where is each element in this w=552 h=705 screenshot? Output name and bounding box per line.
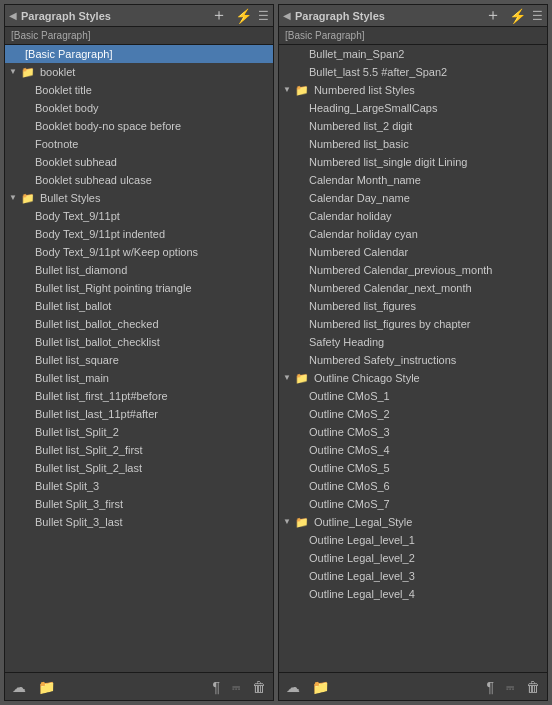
folder-icon: 📁 [295,82,309,98]
panel-header-1: ◀ Paragraph Styles ＋ ⚡ ☰ [5,5,273,27]
list-item[interactable]: Bullet list_ballot_checked [5,315,273,333]
panel-new-btn-1[interactable]: ＋ [209,5,229,26]
panel-menu-icon-2[interactable]: ☰ [532,9,543,23]
list-item[interactable]: Calendar holiday cyan [279,225,547,243]
list-item[interactable]: Numbered Safety_instructions [279,351,547,369]
list-item[interactable]: Numbered list_basic [279,135,547,153]
list-item[interactable]: [Basic Paragraph] [5,45,273,63]
group-arrow-icon: ▼ [283,370,291,386]
footer-folder-icon-1[interactable]: 📁 [35,678,58,696]
list-item[interactable]: Outline CMoS_5 [279,459,547,477]
list-item[interactable]: Outline Legal_level_3 [279,567,547,585]
list-item[interactable]: Outline CMoS_7 [279,495,547,513]
list-item[interactable]: Bullet list_Split_2_last [5,459,273,477]
list-item[interactable]: Body Text_9/11pt w/Keep options [5,243,273,261]
group-label: Bullet Styles [40,190,101,206]
panel-lightning-btn-1[interactable]: ⚡ [233,8,254,24]
footer-delete-icon-2[interactable]: 🗑 [523,678,543,696]
list-item[interactable]: Bullet list_Split_2 [5,423,273,441]
list-item[interactable]: Bullet_main_Span2 [279,45,547,63]
folder-icon: 📁 [295,514,309,530]
panel-menu-icon-1[interactable]: ☰ [258,9,269,23]
list-item[interactable]: Bullet list_Split_2_first [5,441,273,459]
panel-collapse-icon-1[interactable]: ◀ [9,10,17,21]
list-item[interactable]: Bullet Split_3_first [5,495,273,513]
list-item[interactable]: Outline CMoS_3 [279,423,547,441]
group-arrow-icon: ▼ [9,190,17,206]
list-item[interactable]: Bullet Split_3_last [5,513,273,531]
list-item[interactable]: Numbered list_single digit Lining [279,153,547,171]
group-label: Numbered list Styles [314,82,415,98]
list-item[interactable]: Booklet title [5,81,273,99]
list-item[interactable]: Safety Heading [279,333,547,351]
list-item[interactable]: Footnote [5,135,273,153]
panel-lightning-btn-2[interactable]: ⚡ [507,8,528,24]
list-item[interactable]: Bullet_last 5.5 #after_Span2 [279,63,547,81]
list-item[interactable]: Bullet list_ballot_checklist [5,333,273,351]
panel-footer-2: ☁ 📁 ¶ ⎓ 🗑 [279,672,547,700]
list-item[interactable]: Numbered list_figures [279,297,547,315]
list-item[interactable]: ▼📁Bullet Styles [5,189,273,207]
group-arrow-icon: ▼ [283,82,291,98]
styles-list-2[interactable]: Bullet_main_Span2Bullet_last 5.5 #after_… [279,45,547,672]
list-item[interactable]: Outline Legal_level_4 [279,585,547,603]
list-item[interactable]: Bullet list_first_11pt#before [5,387,273,405]
list-item[interactable]: Numbered Calendar_next_month [279,279,547,297]
panel-title-2: Paragraph Styles [295,10,479,22]
list-item[interactable]: Booklet body [5,99,273,117]
footer-duplicate-icon-2[interactable]: ⎓ [503,678,517,696]
list-item[interactable]: Body Text_9/11pt indented [5,225,273,243]
styles-list-1[interactable]: [Basic Paragraph]▼📁bookletBooklet titleB… [5,45,273,672]
group-arrow-icon: ▼ [9,64,17,80]
list-item[interactable]: Bullet list_main [5,369,273,387]
folder-icon: 📁 [21,64,35,80]
list-item[interactable]: Outline CMoS_4 [279,441,547,459]
group-label: Outline Chicago Style [314,370,420,386]
panel-new-btn-2[interactable]: ＋ [483,5,503,26]
list-item[interactable]: Outline CMoS_2 [279,405,547,423]
list-item[interactable]: Outline Legal_level_1 [279,531,547,549]
group-label: Outline_Legal_Style [314,514,412,530]
footer-duplicate-icon-1[interactable]: ⎓ [229,678,243,696]
list-item[interactable]: Bullet Split_3 [5,477,273,495]
panel-header-2: ◀ Paragraph Styles ＋ ⚡ ☰ [279,5,547,27]
list-item[interactable]: Calendar Month_name [279,171,547,189]
panel-title-1: Paragraph Styles [21,10,205,22]
list-item[interactable]: Numbered Calendar_previous_month [279,261,547,279]
list-item[interactable]: Heading_LargeSmallCaps [279,99,547,117]
list-item[interactable]: ▼📁booklet [5,63,273,81]
list-item[interactable]: Bullet list_last_11pt#after [5,405,273,423]
list-item[interactable]: ▼📁Numbered list Styles [279,81,547,99]
group-arrow-icon: ▼ [283,514,291,530]
list-item[interactable]: Numbered list_figures by chapter [279,315,547,333]
list-item[interactable]: Booklet subhead ulcase [5,171,273,189]
list-item[interactable]: ▼📁Outline_Legal_Style [279,513,547,531]
list-item[interactable]: Calendar Day_name [279,189,547,207]
list-item[interactable]: Calendar holiday [279,207,547,225]
list-item[interactable]: ▼📁Outline Chicago Style [279,369,547,387]
footer-cloud-icon-2[interactable]: ☁ [283,678,303,696]
footer-delete-icon-1[interactable]: 🗑 [249,678,269,696]
list-item[interactable]: Outline Legal_level_2 [279,549,547,567]
current-style-bar-2: [Basic Paragraph] [279,27,547,45]
list-item[interactable]: Bullet list_Right pointing triangle [5,279,273,297]
folder-icon: 📁 [21,190,35,206]
list-item[interactable]: Outline CMoS_6 [279,477,547,495]
footer-cloud-icon-1[interactable]: ☁ [9,678,29,696]
panel-paragraph-styles-2: ◀ Paragraph Styles ＋ ⚡ ☰ [Basic Paragrap… [278,4,548,701]
list-item[interactable]: Bullet list_square [5,351,273,369]
footer-folder-icon-2[interactable]: 📁 [309,678,332,696]
list-item[interactable]: Numbered Calendar [279,243,547,261]
panel-collapse-icon-2[interactable]: ◀ [283,10,291,21]
footer-style-icon-2[interactable]: ¶ [483,678,497,696]
panel-paragraph-styles-1: ◀ Paragraph Styles ＋ ⚡ ☰ [Basic Paragrap… [4,4,274,701]
footer-style-icon-1[interactable]: ¶ [209,678,223,696]
group-label: booklet [40,64,75,80]
list-item[interactable]: Numbered list_2 digit [279,117,547,135]
list-item[interactable]: Body Text_9/11pt [5,207,273,225]
list-item[interactable]: Bullet list_ballot [5,297,273,315]
list-item[interactable]: Outline CMoS_1 [279,387,547,405]
list-item[interactable]: Bullet list_diamond [5,261,273,279]
list-item[interactable]: Booklet body-no space before [5,117,273,135]
list-item[interactable]: Booklet subhead [5,153,273,171]
